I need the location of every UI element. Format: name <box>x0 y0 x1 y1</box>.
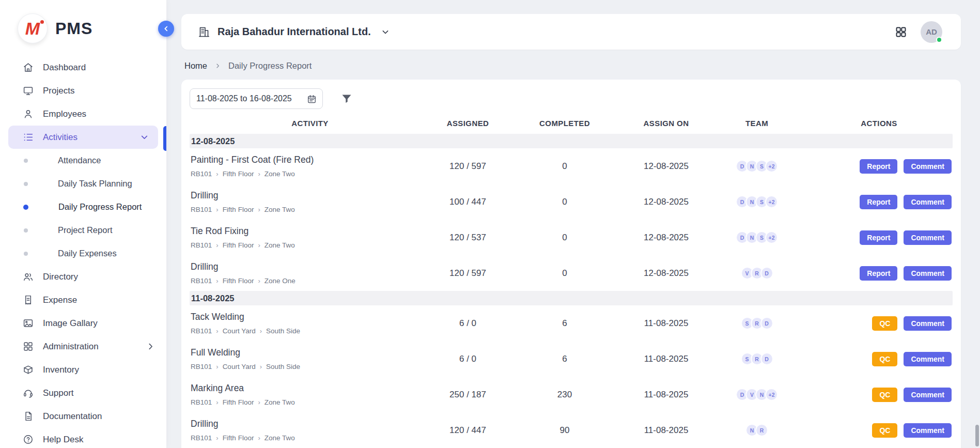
activity-path: RB101›Fifth Floor›Zone Two <box>191 170 430 178</box>
sidebar-item-inventory[interactable]: Inventory <box>0 358 166 381</box>
report-button[interactable]: Report <box>860 159 897 174</box>
sidebar-item-activities[interactable]: Activities <box>8 126 158 149</box>
table-row: Tack WeldingRB101›Court Yard›South Side6… <box>190 305 953 341</box>
user-icon <box>23 109 34 119</box>
sidebar-item-directory[interactable]: Directory <box>0 265 166 288</box>
breadcrumb-home[interactable]: Home <box>184 61 207 71</box>
sidebar-subitem-project-report[interactable]: Project Report <box>0 219 166 242</box>
sidebar-item-label: Image Gallary <box>43 318 156 329</box>
assigned-value: 120 / 597 <box>430 161 505 172</box>
logo: M PMS <box>0 0 166 54</box>
comment-button[interactable]: Comment <box>904 423 952 438</box>
assign-on-value: 11-08-2025 <box>624 354 708 364</box>
sidebar-item-support[interactable]: Support <box>0 381 166 405</box>
activity-title: Drilling <box>191 419 430 429</box>
company-selector[interactable]: Raja Bahadur International Ltd. <box>198 26 391 38</box>
qc-button[interactable]: QC <box>872 388 897 402</box>
activity-cell: Marking AreaRB101›Fifth Floor›Zone Two <box>190 383 430 406</box>
bullet-icon <box>24 252 28 256</box>
date-range-input[interactable]: 11-08-2025 to 16-08-2025 <box>190 88 323 109</box>
comment-button[interactable]: Comment <box>904 159 952 174</box>
comment-button[interactable]: Comment <box>904 230 952 245</box>
sidebar-item-projects[interactable]: Projects <box>0 79 166 102</box>
report-button[interactable]: Report <box>860 266 897 281</box>
sidebar-item-help-desk[interactable]: Help Desk <box>0 428 166 448</box>
comment-button[interactable]: Comment <box>904 352 952 366</box>
sidebar-subitem-attendance[interactable]: Attendance <box>0 149 166 172</box>
avatar[interactable]: AD <box>921 21 942 43</box>
team-cell: NR <box>708 424 805 437</box>
completed-value: 0 <box>505 233 624 243</box>
comment-button[interactable]: Comment <box>904 388 952 402</box>
sidebar-collapse-button[interactable] <box>158 21 174 37</box>
list-icon <box>23 132 34 143</box>
activity-cell: Tie Rod FixingRB101›Fifth Floor›Zone Two <box>190 226 430 249</box>
app-title: PMS <box>55 19 92 38</box>
activity-path: RB101›Fifth Floor›Zone Two <box>191 206 430 213</box>
team-member-badge[interactable]: D <box>760 317 773 330</box>
active-edge-indicator <box>163 126 166 151</box>
path-segment: Zone Two <box>265 398 295 406</box>
sidebar-subitem-daily-progress-report[interactable]: Daily Progress Report <box>0 195 166 219</box>
path-segment: RB101 <box>191 363 212 370</box>
path-segment: RB101 <box>191 398 212 406</box>
sidebar-item-label: Documentation <box>43 411 156 422</box>
scrollbar-thumb[interactable] <box>975 425 979 446</box>
qc-button[interactable]: QC <box>872 423 897 438</box>
sidebar-item-image-gallary[interactable]: Image Gallary <box>0 312 166 335</box>
headset-icon <box>23 388 34 398</box>
filter-icon[interactable] <box>340 92 353 105</box>
assign-on-value: 11-08-2025 <box>624 390 708 400</box>
team-cell: VRD <box>708 267 805 280</box>
team-extra-badge[interactable]: +2 <box>765 195 778 208</box>
team-member-badge[interactable]: R <box>755 424 768 437</box>
sidebar-item-label: Help Desk <box>43 435 156 445</box>
actions-cell: QCComment <box>805 352 953 366</box>
sidebar-item-dashboard[interactable]: Dashboard <box>0 56 166 79</box>
path-segment: RB101 <box>191 277 212 285</box>
report-button[interactable]: Report <box>860 195 897 209</box>
team-extra-badge[interactable]: +2 <box>765 388 778 401</box>
chevron-right-icon: › <box>216 277 218 284</box>
path-segment: South Side <box>266 327 300 335</box>
team-extra-badge[interactable]: +2 <box>765 231 778 244</box>
path-segment: RB101 <box>191 327 212 335</box>
date-group-header: 12-08-2025 <box>190 134 953 148</box>
grid-icon <box>23 341 34 352</box>
sidebar-subitem-daily-expenses[interactable]: Daily Expenses <box>0 242 166 265</box>
team-member-badge[interactable]: D <box>760 267 773 280</box>
sidebar-item-label: Inventory <box>43 365 156 375</box>
column-header-activity: ACTIVITY <box>190 119 430 128</box>
sidebar-item-label: Directory <box>43 272 156 282</box>
activity-path: RB101›Fifth Floor›Zone Two <box>191 434 430 442</box>
table-row: Tie Rod FixingRB101›Fifth Floor›Zone Two… <box>190 220 953 255</box>
apps-grid-icon[interactable] <box>895 26 907 38</box>
box-icon <box>23 364 34 375</box>
assigned-value: 250 / 187 <box>430 390 505 400</box>
sidebar-item-expense[interactable]: Expense <box>0 288 166 312</box>
report-button[interactable]: Report <box>860 230 897 245</box>
assigned-value: 100 / 447 <box>430 197 505 207</box>
activity-title: Painting - First Coat (Fire Red) <box>191 155 430 165</box>
activity-path: RB101›Court Yard›South Side <box>191 363 430 370</box>
sidebar-subitem-daily-task-planning[interactable]: Daily Task Planning <box>0 172 166 195</box>
chevron-right-icon: › <box>260 328 262 334</box>
comment-button[interactable]: Comment <box>904 266 952 281</box>
sidebar-item-documentation[interactable]: Documentation <box>0 405 166 428</box>
comment-button[interactable]: Comment <box>904 316 952 331</box>
completed-value: 6 <box>505 354 624 364</box>
table-row: Painting - First Coat (Fire Red)RB101›Fi… <box>190 148 953 184</box>
team-extra-badge[interactable]: +2 <box>765 160 778 173</box>
team-member-badge[interactable]: D <box>760 352 773 365</box>
calendar-icon <box>307 94 317 104</box>
sidebar-item-administration[interactable]: Administration <box>0 335 166 358</box>
sidebar-item-label: Dashboard <box>43 63 156 73</box>
qc-button[interactable]: QC <box>872 316 897 331</box>
sidebar-item-employees[interactable]: Employees <box>0 102 166 126</box>
topbar: Raja Bahadur International Ltd. AD <box>181 14 961 50</box>
qc-button[interactable]: QC <box>872 352 897 366</box>
brand-logo-icon: M <box>18 13 48 43</box>
team-cell: DNS+2 <box>708 160 805 173</box>
comment-button[interactable]: Comment <box>904 195 952 209</box>
completed-value: 90 <box>505 425 624 436</box>
